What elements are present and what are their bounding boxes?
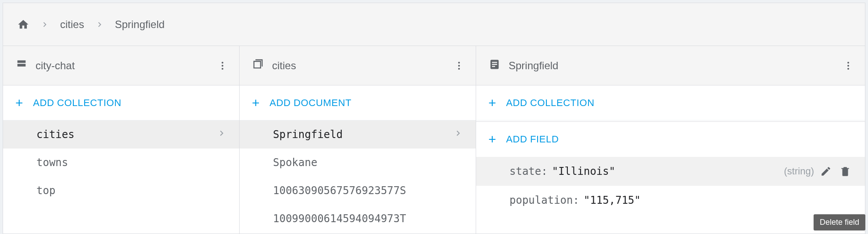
svg-point-1 (222, 65, 223, 67)
plus-icon: + (488, 96, 496, 110)
list-item[interactable]: towns (3, 149, 239, 177)
delete-icon[interactable] (838, 164, 853, 179)
more-vert-icon[interactable] (451, 58, 467, 74)
add-document-button[interactable]: + ADD DOCUMENT (240, 85, 476, 121)
add-collection-button[interactable]: + ADD COLLECTION (3, 85, 239, 121)
root-column-header: city-chat (3, 46, 239, 85)
add-document-label: ADD DOCUMENT (269, 97, 352, 109)
chevron-right-icon (40, 20, 50, 29)
add-field-label: ADD FIELD (506, 134, 559, 145)
collection-column: cities + ADD DOCUMENT Springfield Spokan… (240, 46, 476, 234)
add-collection-button[interactable]: + ADD COLLECTION (476, 85, 865, 121)
list-item-label: 10063090567576923577S (273, 184, 406, 197)
field-value: "115,715" (584, 194, 641, 206)
svg-point-11 (847, 65, 849, 67)
svg-point-10 (847, 62, 849, 64)
list-item-label: cities (36, 128, 75, 141)
chevron-right-icon (453, 128, 463, 141)
collection-list[interactable]: cities towns top (3, 121, 239, 234)
document-list[interactable]: Springfield Spokane 10063090567576923577… (240, 121, 476, 234)
list-item[interactable]: cities (3, 121, 239, 149)
svg-rect-8 (492, 64, 497, 64)
root-title: city-chat (36, 60, 207, 72)
edit-icon[interactable] (818, 164, 833, 179)
svg-point-12 (847, 68, 849, 70)
plus-icon: + (488, 133, 496, 146)
chevron-right-icon (95, 20, 104, 29)
document-column: Springfield + ADD COLLECTION + ADD FIELD… (476, 46, 865, 234)
breadcrumb-item[interactable]: cities (60, 18, 84, 31)
list-item-label: Springfield (273, 128, 343, 141)
list-item[interactable]: 10099000614594094973T (240, 205, 476, 233)
root-column: city-chat + ADD COLLECTION cities towns (3, 46, 240, 234)
document-title: Springfield (509, 60, 832, 72)
field-list: state: "Illinois" (string) population: "… (476, 157, 865, 234)
home-icon[interactable] (17, 18, 29, 31)
field-value: "Illinois" (552, 165, 616, 177)
more-vert-icon[interactable] (215, 58, 230, 74)
field-type: (string) (784, 166, 814, 177)
svg-point-4 (458, 65, 460, 67)
field-key: state: (509, 165, 548, 177)
list-item[interactable]: Spokane (240, 149, 476, 177)
breadcrumb: cities Springfield (3, 3, 865, 46)
more-vert-icon[interactable] (840, 58, 856, 74)
field-row[interactable]: population: "115,715" (476, 186, 865, 215)
field-key: population: (509, 194, 579, 206)
add-collection-label: ADD COLLECTION (506, 97, 595, 109)
svg-point-5 (458, 68, 460, 70)
document-icon (488, 58, 501, 73)
collection-column-header: cities (240, 46, 476, 85)
field-row[interactable]: state: "Illinois" (string) (476, 157, 865, 186)
add-collection-label: ADD COLLECTION (33, 97, 122, 109)
list-item-label: 10099000614594094973T (273, 213, 406, 225)
database-icon (15, 58, 28, 73)
list-item[interactable]: Springfield (240, 121, 476, 149)
add-field-button[interactable]: + ADD FIELD (476, 122, 865, 157)
svg-point-2 (222, 68, 223, 70)
list-item[interactable]: 10063090567576923577S (240, 177, 476, 205)
svg-point-0 (222, 62, 223, 64)
svg-rect-9 (492, 66, 495, 67)
breadcrumb-item[interactable]: Springfield (115, 18, 165, 31)
document-column-header: Springfield (476, 46, 865, 85)
svg-rect-7 (492, 62, 497, 63)
plus-icon: + (15, 96, 23, 110)
list-item-label: top (36, 184, 55, 197)
svg-point-3 (458, 62, 460, 64)
plus-icon: + (252, 96, 260, 110)
collection-title: cities (272, 60, 443, 72)
collection-icon (252, 58, 264, 73)
list-item-label: towns (36, 156, 68, 169)
list-item-label: Spokane (273, 156, 317, 169)
list-item[interactable]: top (3, 177, 239, 205)
chevron-right-icon (216, 128, 227, 141)
